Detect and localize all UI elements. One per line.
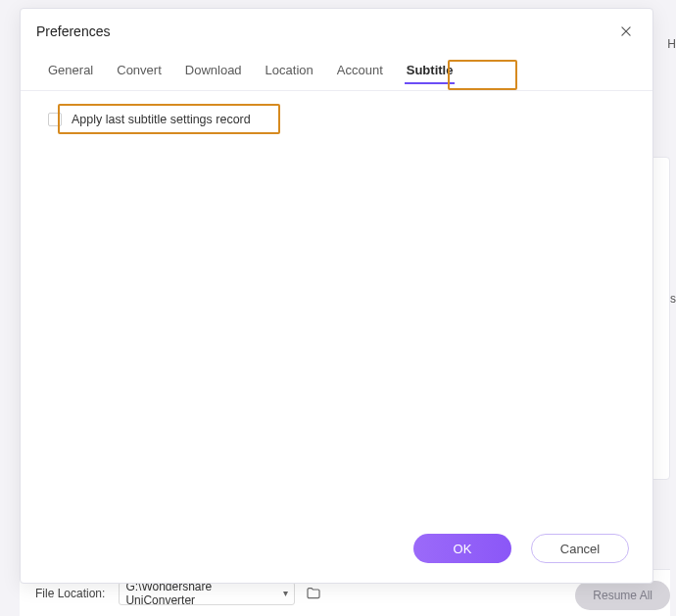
- chevron-down-icon: ▾: [283, 588, 288, 598]
- dialog-content: Apply last subtitle settings record: [21, 91, 652, 520]
- tab-location[interactable]: Location: [266, 58, 314, 82]
- cancel-button[interactable]: Cancel: [531, 534, 629, 563]
- apply-last-label: Apply last subtitle settings record: [72, 113, 251, 126]
- truncated-text-s: s: [670, 292, 676, 306]
- file-location-label: File Location:: [35, 587, 105, 600]
- tab-convert[interactable]: Convert: [117, 58, 162, 82]
- folder-icon[interactable]: [305, 585, 322, 602]
- close-button[interactable]: [615, 21, 637, 42]
- tab-subtitle[interactable]: Subtitle: [407, 58, 454, 82]
- dialog-title: Preferences: [36, 24, 110, 39]
- file-location-dropdown[interactable]: G:\Wondershare UniConverter ▾: [119, 582, 295, 605]
- resume-all-button[interactable]: Resume All: [575, 581, 670, 610]
- ok-button[interactable]: OK: [413, 534, 511, 563]
- tab-general[interactable]: General: [48, 58, 93, 82]
- tab-bar: General Convert Download Location Accoun…: [21, 44, 652, 91]
- dialog-footer: OK Cancel: [21, 520, 652, 583]
- apply-last-checkbox[interactable]: [48, 113, 62, 126]
- tab-account[interactable]: Account: [337, 58, 383, 82]
- preferences-dialog: Preferences General Convert Download Loc…: [20, 8, 653, 584]
- truncated-text-h: H: [667, 37, 676, 51]
- tab-download[interactable]: Download: [185, 58, 242, 82]
- apply-last-subtitle-option[interactable]: Apply last subtitle settings record: [38, 107, 261, 132]
